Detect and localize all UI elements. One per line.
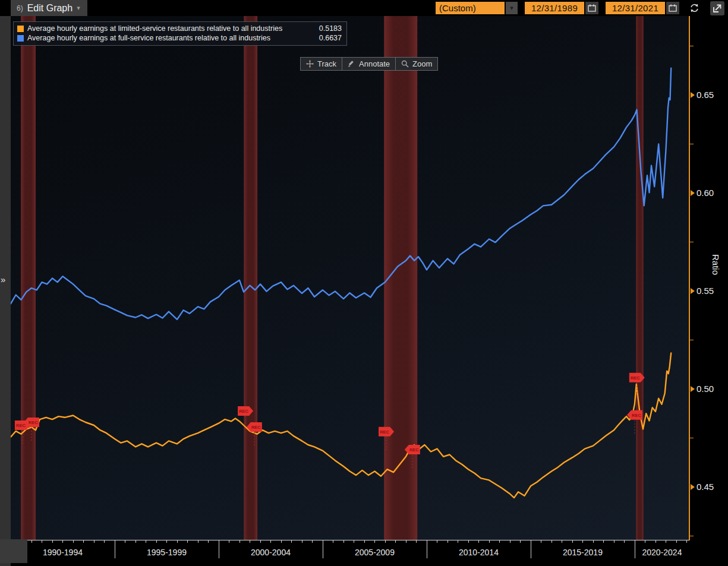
chart-plot-area[interactable]: RECRECRECRECRECRECRECREC Average hourly … [11,16,689,540]
y-axis-minor-tick [689,144,694,144]
refresh-icon [689,3,699,13]
refresh-button[interactable] [686,2,702,14]
track-label: Track [317,59,336,68]
y-axis-title: Ratio [711,254,721,275]
x-axis-tick [198,540,198,543]
x-axis-tick [208,540,209,543]
rec-marker-label: REC [631,375,640,381]
x-axis-tick [603,540,604,543]
calendar-icon [588,4,596,12]
chart-toolbar: Track Annotate Zoom [300,57,438,71]
x-axis-line [11,540,689,540]
chevron-down-icon: ▾ [77,4,80,12]
x-axis-tick [551,540,552,543]
x-axis-tick [572,540,573,543]
y-axis-tick: 0.45 [691,482,714,492]
x-axis-tick [166,540,167,543]
rec-marker-label: REC [632,413,641,418]
x-axis-tick [489,540,490,543]
tick-arrow-icon [691,386,695,392]
x-axis-tick [364,540,365,543]
x-axis-tick [83,540,84,543]
legend-value: 0.6637 [319,34,342,42]
recession-band [21,16,36,540]
rec-marker-label: REC [29,420,38,425]
y-tick-label: 0.45 [697,482,714,492]
x-axis-bin-label: 2000-2004 [219,548,323,557]
legend-item-limited-service[interactable]: Average hourly earnings at limited-servi… [17,24,342,33]
start-date-calendar-button[interactable] [585,2,598,14]
x-axis-tick [125,540,125,543]
x-axis-tick [468,540,469,543]
x-axis-tick [135,540,136,543]
y-tick-label: 0.65 [697,90,714,100]
y-tick-label: 0.50 [697,384,714,394]
x-axis-tick [312,540,313,543]
legend-item-full-service[interactable]: Average hourly earnings at full-service … [17,33,342,43]
y-axis-minor-tick [689,438,694,438]
x-axis-tick [499,540,500,543]
x-axis-tick [354,540,354,543]
zoom-icon [401,60,409,68]
recession-band [244,16,257,540]
end-date-calendar-button[interactable] [666,2,679,14]
x-axis-tick [73,540,74,543]
chart-canvas[interactable]: RECRECRECRECRECRECRECREC [11,16,689,540]
tick-arrow-icon [691,190,695,196]
x-axis-bin-label: 2020-2024 [635,548,689,557]
rec-marker-label: REC [239,409,248,414]
bloomberg-chart-window: 6) Edit Graph ▾ (Custom) ▾ 12/31/1989 12… [0,0,728,566]
y-axis-minor-tick [689,536,694,536]
x-axis-tick [385,540,386,543]
menu-number: 6) [17,4,23,12]
y-tick-label: 0.60 [697,188,714,198]
x-axis-tick [270,540,271,543]
expand-button[interactable] [710,1,724,15]
x-axis-tick [614,540,614,543]
y-axis-tick: 0.50 [691,384,714,394]
x-axis-tick [291,540,292,543]
x-axis-tick [239,540,240,543]
annotate-button[interactable]: Annotate [342,58,396,70]
x-axis-bin-label: 2010-2014 [427,548,531,557]
x-axis-tick [374,540,375,543]
edit-graph-label: Edit Graph [27,3,73,14]
tick-arrow-icon [691,92,695,98]
x-axis-tick [676,540,677,543]
x-axis-tick [343,540,344,543]
x-axis-tick [458,540,458,543]
edit-graph-button[interactable]: 6) Edit Graph ▾ [11,0,87,16]
zoom-button[interactable]: Zoom [396,58,437,70]
x-axis-tick [624,540,625,543]
x-axis-tick [177,540,178,543]
range-preset-field[interactable]: (Custom) [436,2,505,14]
range-preset-dropdown-button[interactable]: ▾ [506,2,518,14]
y-axis-tick: 0.60 [691,188,714,198]
rec-marker-label: REC [409,447,419,453]
x-axis-tick [333,540,333,543]
x-axis-tick [281,540,282,543]
y-axis-tick: 0.65 [691,90,714,100]
x-axis-tick [104,540,105,543]
x-axis-tick [541,540,541,543]
series-line [11,353,671,498]
expand-panel-chevron[interactable]: » [1,274,5,284]
x-axis-tick [187,540,188,543]
track-icon [306,60,314,68]
rec-marker-label: REC [251,425,261,430]
legend-label: Average hourly earnings at full-service … [27,34,270,42]
annotate-label: Annotate [359,59,390,68]
legend-swatch-blue [17,35,24,42]
expand-icon [713,4,722,13]
x-axis-tick [416,540,417,543]
x-axis-tick [437,540,437,543]
x-axis-tick [156,540,157,543]
y-axis-minor-tick [689,46,694,46]
x-axis-tick [229,540,229,543]
end-date-field[interactable]: 12/31/2021 [606,2,665,14]
x-axis-tick [406,540,406,543]
x-axis-tick [31,540,32,543]
y-axis-minor-tick [689,340,694,340]
start-date-field[interactable]: 12/31/1989 [525,2,584,14]
track-button[interactable]: Track [301,58,342,70]
